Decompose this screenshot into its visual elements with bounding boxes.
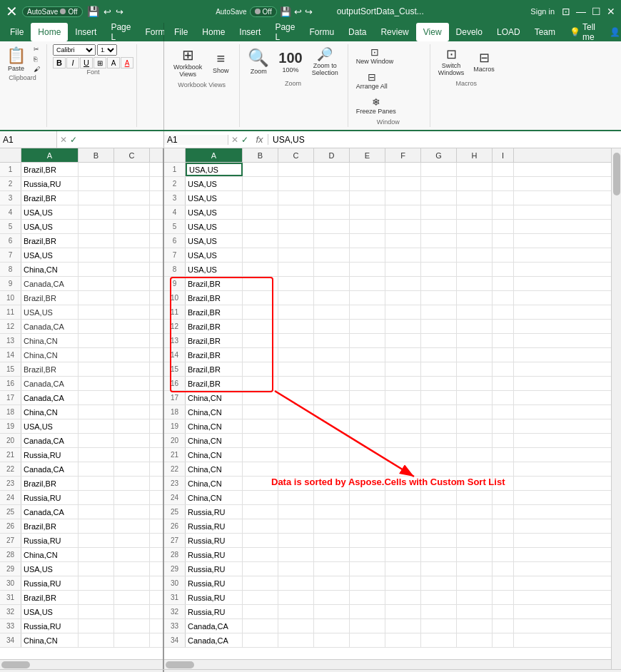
- cell-d[interactable]: [314, 591, 350, 604]
- cell-a[interactable]: Canada,CA: [186, 619, 243, 633]
- cell-g[interactable]: [421, 591, 457, 604]
- cell-a[interactable]: Brazil,BR: [186, 291, 243, 305]
- cell-g[interactable]: [421, 434, 457, 447]
- cell-a[interactable]: China,CN: [186, 419, 243, 433]
- save-icon[interactable]: 💾: [87, 6, 99, 17]
- cell-c[interactable]: [278, 534, 314, 547]
- cell-b[interactable]: [79, 205, 114, 219]
- cell-f[interactable]: [385, 562, 421, 576]
- cell-d[interactable]: [314, 605, 350, 618]
- cell-f[interactable]: [385, 362, 421, 376]
- cell-a[interactable]: USA,US: [21, 605, 79, 618]
- save-icon2[interactable]: 💾: [280, 6, 291, 17]
- cell-c[interactable]: [114, 548, 150, 561]
- cell-g[interactable]: [421, 562, 457, 576]
- cell-c[interactable]: [278, 619, 314, 633]
- menu-team-right[interactable]: Team: [527, 23, 562, 41]
- cell-i[interactable]: [493, 591, 514, 604]
- cell-i[interactable]: [493, 548, 514, 561]
- cell-f[interactable]: [385, 277, 421, 290]
- cell-h[interactable]: [457, 248, 493, 262]
- cell-h[interactable]: [457, 177, 493, 190]
- cell-e[interactable]: [350, 163, 385, 176]
- maximize-button[interactable]: ☐: [592, 6, 601, 17]
- cell-b[interactable]: [243, 605, 278, 618]
- cell-h[interactable]: [457, 462, 493, 476]
- cell-b[interactable]: [79, 448, 114, 462]
- cell-b[interactable]: [79, 305, 114, 319]
- zoom-100-button[interactable]: 100 100%: [275, 48, 306, 76]
- cell-a[interactable]: China,CN: [186, 448, 243, 462]
- cell-g[interactable]: [421, 491, 457, 504]
- cell-e[interactable]: [350, 234, 385, 248]
- cell-d[interactable]: [314, 491, 350, 504]
- cell-a[interactable]: Canada,CA: [21, 505, 79, 519]
- cell-c[interactable]: [278, 334, 314, 347]
- cell-c[interactable]: [114, 377, 150, 390]
- cell-g[interactable]: [421, 191, 457, 205]
- cell-c[interactable]: [278, 548, 314, 561]
- cell-d[interactable]: [314, 320, 350, 333]
- cell-e[interactable]: [350, 320, 385, 333]
- cell-c[interactable]: [114, 477, 150, 490]
- cell-i[interactable]: [493, 434, 514, 447]
- cell-c[interactable]: [278, 377, 314, 390]
- cell-e[interactable]: [350, 633, 385, 647]
- hscroll-right[interactable]: [164, 659, 611, 669]
- cell-f[interactable]: [385, 477, 421, 490]
- cell-d[interactable]: [314, 619, 350, 633]
- cell-e[interactable]: [350, 263, 385, 276]
- cell-h[interactable]: [457, 519, 493, 533]
- cell-b[interactable]: [243, 591, 278, 604]
- cell-a[interactable]: USA,US: [186, 263, 243, 276]
- grid-body-left[interactable]: 1Brazil,BR2Russia,RU3Brazil,BR4USA,US5US…: [0, 163, 163, 659]
- cell-e[interactable]: [350, 362, 385, 376]
- cell-d[interactable]: [314, 505, 350, 519]
- minimize-button[interactable]: —: [576, 6, 586, 17]
- cell-a[interactable]: Russia,RU: [21, 491, 79, 504]
- cell-i[interactable]: [493, 491, 514, 504]
- cell-i[interactable]: [493, 405, 514, 419]
- cell-f[interactable]: [385, 348, 421, 362]
- cell-b[interactable]: [79, 234, 114, 248]
- cell-a[interactable]: Brazil,BR: [186, 334, 243, 347]
- cell-c[interactable]: [114, 391, 150, 404]
- workbook-views-button[interactable]: ⊞ WorkbookViews: [170, 44, 206, 80]
- cell-f[interactable]: [385, 491, 421, 504]
- cell-d[interactable]: [314, 562, 350, 576]
- cell-ref-left[interactable]: [0, 131, 57, 148]
- cell-a[interactable]: USA,US: [21, 562, 79, 576]
- cell-h[interactable]: [457, 348, 493, 362]
- cell-b[interactable]: [79, 562, 114, 576]
- cell-c[interactable]: [114, 591, 150, 604]
- cell-f[interactable]: [385, 263, 421, 276]
- cell-a[interactable]: Russia,RU: [186, 576, 243, 590]
- cell-b[interactable]: [243, 576, 278, 590]
- cell-b[interactable]: [243, 177, 278, 190]
- cell-e[interactable]: [350, 576, 385, 590]
- signin-button[interactable]: Sign in: [530, 7, 555, 16]
- font-family-select[interactable]: Calibri: [53, 44, 96, 56]
- cell-c[interactable]: [114, 491, 150, 504]
- cell-a[interactable]: Brazil,BR: [186, 305, 243, 319]
- cell-h[interactable]: [457, 234, 493, 248]
- cell-a[interactable]: China,CN: [186, 477, 243, 490]
- cell-a[interactable]: USA,US: [186, 248, 243, 262]
- cell-c[interactable]: [114, 277, 150, 290]
- cell-i[interactable]: [493, 576, 514, 590]
- cell-f[interactable]: [385, 462, 421, 476]
- cell-g[interactable]: [421, 234, 457, 248]
- cell-b[interactable]: [79, 605, 114, 618]
- cell-c[interactable]: [114, 291, 150, 305]
- cell-a[interactable]: USA,US: [21, 305, 79, 319]
- cell-a[interactable]: USA,US: [186, 205, 243, 219]
- cell-c[interactable]: [114, 248, 150, 262]
- cell-c[interactable]: [114, 605, 150, 618]
- redo-icon[interactable]: ↪: [116, 6, 123, 17]
- cell-a[interactable]: Brazil,BR: [21, 477, 79, 490]
- cell-i[interactable]: [493, 334, 514, 347]
- menu-develo-right[interactable]: Develo: [449, 23, 490, 41]
- cell-d[interactable]: [314, 448, 350, 462]
- cell-c[interactable]: [114, 348, 150, 362]
- cell-g[interactable]: [421, 419, 457, 433]
